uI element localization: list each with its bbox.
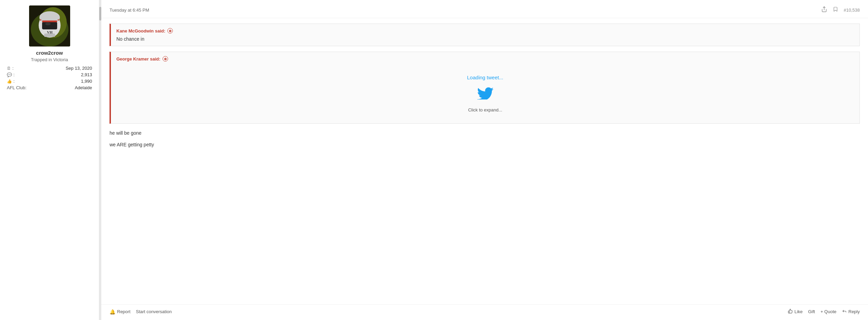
tweet-loading-link[interactable]: Loading tweet... [467, 75, 503, 80]
quote-info-icon-2[interactable]: ⊕ [163, 56, 168, 62]
reactions-count: 1,990 [81, 79, 92, 84]
like-icon [788, 309, 793, 315]
svg-point-6 [45, 23, 51, 25]
tweet-embed: Loading tweet... Click to expand... [116, 64, 854, 119]
post-header: Tuesday at 6:45 PM #10,538 [101, 0, 868, 18]
footer-left: 🔔 Report Start conversation [110, 309, 172, 315]
post-body: Kane McGoodwin said: ⊕ No chance in Geor… [101, 18, 868, 304]
post-text-line-2: we ARE getting petty [110, 141, 860, 148]
quote-author-1-name: Kane McGoodwin said: [116, 28, 165, 34]
messages-icon: 💬 [7, 72, 12, 77]
post-header-actions: #10,538 [821, 6, 860, 14]
stat-join-date: 🗓 : Sep 13, 2020 [7, 66, 92, 71]
afl-club-label: AFL Club: [7, 85, 26, 90]
scroll-thumb[interactable] [99, 7, 101, 21]
tweet-expand-text[interactable]: Click to expand... [468, 107, 502, 112]
quote-author-2: George Kramer said: ⊕ [116, 56, 854, 62]
svg-text:★: ★ [57, 18, 60, 22]
scroll-indicator [99, 0, 101, 320]
quote-button[interactable]: + Quote [820, 309, 837, 314]
post-number: #10,538 [844, 8, 860, 13]
quote-block-2: George Kramer said: ⊕ Loading tweet... C… [110, 52, 860, 124]
footer-right: Like Gift + Quote Reply [788, 309, 860, 315]
quote-author-1: Kane McGoodwin said: ⊕ [116, 28, 854, 34]
post-footer: 🔔 Report Start conversation Like [101, 304, 868, 320]
user-sidebar: VH ★ ★ crow2crow Trapped in Victoria 🗓 :… [0, 0, 99, 320]
report-button[interactable]: 🔔 Report [110, 309, 130, 315]
reactions-icon: 👍 [7, 79, 12, 84]
report-icon: 🔔 [110, 309, 115, 315]
share-icon[interactable] [821, 6, 827, 14]
join-date-value: Sep 13, 2020 [66, 66, 92, 71]
afl-club-value: Adelaide [75, 85, 92, 90]
bookmark-icon[interactable] [833, 6, 838, 14]
twitter-bird-icon [477, 86, 494, 102]
svg-text:★: ★ [39, 18, 42, 22]
quote-author-2-name: George Kramer said: [116, 56, 161, 62]
user-location: Trapped in Victoria [31, 57, 68, 62]
like-button[interactable]: Like [788, 309, 803, 315]
post-text-line-1: he will be gone [110, 129, 860, 137]
quote-info-icon-1[interactable]: ⊕ [167, 28, 173, 34]
username[interactable]: crow2crow [36, 50, 63, 56]
reply-icon [842, 309, 847, 315]
user-stats: 🗓 : Sep 13, 2020 💬 : 2,913 👍 : 1,990 [0, 66, 99, 92]
main-content: Tuesday at 6:45 PM #10,538 [101, 0, 868, 320]
avatar-image: VH ★ ★ [29, 5, 70, 46]
messages-count: 2,913 [81, 72, 92, 77]
svg-rect-9 [42, 21, 57, 22]
quote-content-1: No chance in [116, 36, 854, 42]
stat-afl-club: AFL Club: Adelaide [7, 85, 92, 90]
start-conversation-button[interactable]: Start conversation [136, 309, 172, 314]
stat-messages: 💬 : 2,913 [7, 72, 92, 77]
gift-button[interactable]: Gift [808, 309, 815, 314]
avatar: VH ★ ★ [29, 5, 70, 46]
reply-button[interactable]: Reply [842, 309, 860, 315]
post-timestamp: Tuesday at 6:45 PM [110, 8, 149, 13]
quote-block-1: Kane McGoodwin said: ⊕ No chance in [110, 24, 860, 46]
stat-reactions: 👍 : 1,990 [7, 79, 92, 84]
calendar-icon: 🗓 [7, 66, 11, 71]
svg-rect-8 [44, 34, 55, 37]
